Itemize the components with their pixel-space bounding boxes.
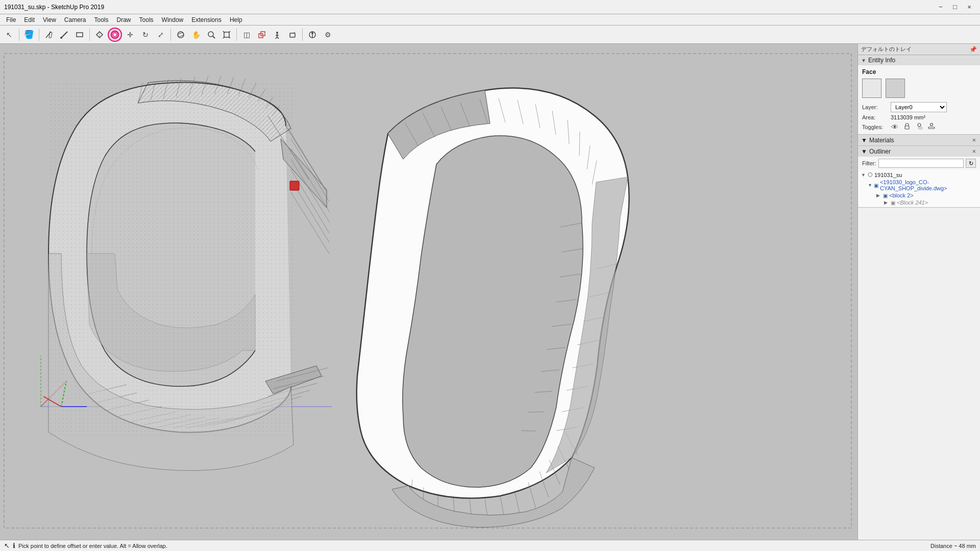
outliner-header[interactable]: ▼ Outliner × [858,146,980,157]
main-area: デフォルトのトレイ 📌 ▼ Entity Info Face Layer: La [0,44,980,540]
menu-view[interactable]: View [39,14,60,25]
toolbar-sep-1 [19,29,19,41]
svg-line-12 [213,36,215,38]
tree-icon-logo: ▣ [874,183,878,188]
tree-arrow-block241[interactable]: ▶ [884,200,889,205]
distance-label: Distance [930,543,952,549]
svg-point-3 [60,37,62,39]
tree-item-logo[interactable]: ▼ ▣ <191030_logo_CO-CYAN_SHOP_divide.dwg… [860,179,978,192]
viewport[interactable] [0,44,857,540]
pencil-tool-button[interactable] [42,28,56,42]
maximize-button[interactable]: □ [948,2,962,13]
offset-tool-button[interactable] [108,28,122,42]
tree-arrow-block2[interactable]: ▶ [876,193,881,198]
svg-line-2 [61,32,67,38]
toolbar-sep-3 [89,29,90,41]
tray-title: デフォルトのトレイ [861,45,912,53]
menu-file[interactable]: File [2,14,20,25]
filter-refresh-button[interactable]: ↻ [966,159,976,168]
materials-section: ▼ Materials × [858,135,980,146]
svg-point-133 [930,123,933,126]
viewport-canvas [0,44,857,540]
toggle-lock[interactable] [902,122,912,131]
menu-help[interactable]: Help [226,14,247,25]
svg-point-8 [113,33,117,37]
zoom-extents-button[interactable] [219,28,234,42]
svg-point-20 [276,32,278,34]
tree-arrow-logo[interactable]: ▼ [868,183,872,188]
toggle-receive-shadows[interactable] [926,122,937,131]
toolbar: ↖ 🪣 ✛ ↻ ⤢ ✋ ◫ ⚙ [0,26,980,44]
outliner-close-button[interactable]: × [971,147,977,155]
status-left: ↖ ℹ Pick point to define offset or enter… [4,542,167,549]
svg-point-11 [208,32,213,37]
tree-item-block2[interactable]: ▶ ▣ <block 2> [860,192,978,199]
menu-tools[interactable]: Tools [90,14,113,25]
filter-input[interactable] [878,159,964,168]
svg-point-9 [178,32,184,38]
menu-tools2[interactable]: Tools [135,14,158,25]
materials-close-button[interactable]: × [971,136,977,144]
tree-label-block241: <Block 241> [897,199,928,206]
scale-tool-button[interactable]: ⤢ [154,28,168,42]
tray-pin-button[interactable]: 📌 [969,46,977,53]
outliner-filter-row: Filter: ↻ [858,157,980,170]
svg-line-17 [229,37,230,38]
toggles-label: Toggles: [862,124,888,130]
svg-line-14 [223,31,225,33]
toggle-cast-shadows[interactable] [914,122,924,131]
rotate-tool-button[interactable]: ↻ [138,28,153,42]
window-controls: − □ × [934,2,976,13]
layer-select[interactable]: Layer0 [891,102,947,112]
geo-location-button[interactable] [305,28,320,42]
pan-button[interactable]: ✋ [189,28,203,42]
component-button[interactable] [255,28,269,42]
outliner-tree: ▼ ⬡ 191031_su ▼ ▣ <191030_logo_CO-CYAN_S… [858,170,980,207]
svg-point-28 [311,32,313,34]
minimize-button[interactable]: − [934,2,947,13]
distance-value: ~ 48 mm [954,543,976,549]
paint-bucket-button[interactable]: 🪣 [22,28,36,42]
entity-info-section: ▼ Entity Info Face Layer: Layer0 Area: [858,55,980,135]
toggle-visible[interactable]: 👁 [890,123,900,131]
front-face-color[interactable] [862,79,881,98]
position-camera-button[interactable] [285,28,300,42]
back-face-color[interactable] [886,79,905,98]
menu-window[interactable]: Window [158,14,188,25]
tree-item-block241[interactable]: ▶ ▣ <Block 241> [860,199,978,206]
line-tool-button[interactable] [57,28,71,42]
geo-button2[interactable]: ⚙ [321,28,335,42]
title-bar: 191031_su.skp - SketchUp Pro 2019 − □ × [0,0,980,14]
menu-draw[interactable]: Draw [113,14,135,25]
toggles-row: Toggles: 👁 [862,122,976,131]
layer-row: Layer: Layer0 [862,102,976,112]
tree-item-root[interactable]: ▼ ⬡ 191031_su [860,171,978,179]
tree-icon-block241: ▣ [891,200,895,206]
zoom-button[interactable] [204,28,218,42]
svg-rect-25 [290,33,295,37]
walk-button[interactable] [270,28,284,42]
status-right: Distance ~ 48 mm [930,543,976,549]
menu-extensions[interactable]: Extensions [187,14,226,25]
section-plane-button[interactable]: ◫ [239,28,254,42]
menu-camera[interactable]: Camera [60,14,90,25]
push-pull-button[interactable] [92,28,107,42]
entity-info-header[interactable]: ▼ Entity Info [858,55,980,65]
right-panel: デフォルトのトレイ 📌 ▼ Entity Info Face Layer: La [857,44,980,540]
svg-line-16 [223,37,225,38]
tree-arrow-root[interactable]: ▼ [861,172,866,178]
menu-bar: File Edit View Camera Tools Draw Tools W… [0,14,980,26]
svg-line-0 [46,32,51,38]
close-button[interactable]: × [963,2,976,13]
status-info-icon[interactable]: ℹ [13,542,15,549]
orbit-button[interactable] [174,28,188,42]
svg-point-131 [918,127,922,129]
toolbar-sep-2 [39,29,39,41]
area-row: Area: 3113039 mm² [862,114,976,120]
move-tool-button[interactable]: ✛ [123,28,137,42]
menu-edit[interactable]: Edit [20,14,39,25]
svg-rect-132 [928,127,935,129]
shapes-tool-button[interactable] [72,28,87,42]
select-tool-button[interactable]: ↖ [2,28,16,42]
materials-header[interactable]: ▼ Materials × [858,135,980,145]
